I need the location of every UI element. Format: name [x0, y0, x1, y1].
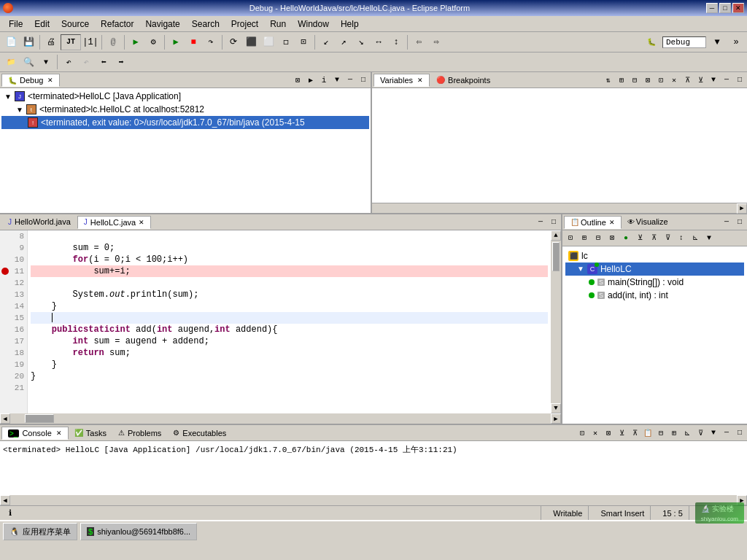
scroll-up[interactable]: ▲ [551, 230, 561, 241]
tb-btn10[interactable]: ◻ [278, 34, 294, 50]
ot-btn10[interactable]: ⊾ [689, 231, 702, 244]
debug-minimize[interactable]: ─ [344, 74, 356, 86]
console-icon-5[interactable]: ⊼ [629, 427, 640, 439]
var-icon-2[interactable]: ⊞ [616, 74, 627, 86]
ot-dropdown[interactable]: ▼ [703, 231, 716, 244]
tasks-tab[interactable]: ✅ Tasks [69, 427, 112, 439]
var-icon-7[interactable]: ⊼ [681, 74, 693, 86]
tb-perspective-icon[interactable]: 🐛 [643, 34, 659, 50]
close-button[interactable]: ✕ [732, 3, 744, 13]
ot-btn8[interactable]: ⊽ [661, 231, 674, 244]
console-icon-4[interactable]: ⊻ [616, 427, 627, 439]
tb-btn15[interactable]: ↔ [371, 34, 387, 50]
hscroll-right[interactable]: ▶ [551, 413, 561, 424]
outline-tab[interactable]: 📋 Outline ✕ [564, 216, 622, 229]
tb-btn12[interactable]: ↙ [318, 34, 334, 50]
menu-run[interactable]: Run [264, 18, 292, 31]
executables-tab[interactable]: ⚙ Executables [167, 427, 232, 439]
tb-dropdown[interactable]: ▼ [709, 34, 725, 50]
debug-maximize[interactable]: □ [357, 74, 369, 86]
menu-refactor[interactable]: Refactor [95, 18, 139, 31]
tab-hellolc[interactable]: J HelloLC.java ✕ [77, 216, 151, 229]
tb-debug-run[interactable]: ▶ [168, 34, 184, 50]
debug-item-process[interactable]: ! <terminated, exit value: 0>/usr/local/… [1, 116, 369, 129]
outline-maximize[interactable]: □ [734, 216, 746, 228]
console-scroll-left[interactable]: ◀ [0, 495, 10, 505]
menu-file[interactable]: File [3, 18, 28, 31]
tb-btn2[interactable]: 💾 [20, 34, 36, 50]
console-icon-9[interactable]: ⊾ [681, 427, 693, 439]
tb-btn4[interactable]: |1| [82, 34, 98, 50]
terminal-btn[interactable]: $ shiyanlou@56914fbb8f6... [80, 523, 197, 540]
hscroll-track[interactable] [10, 413, 551, 424]
ot-btn5[interactable]: ● [619, 231, 632, 244]
tb2-btn4[interactable]: ↶ [78, 54, 94, 70]
variables-tab[interactable]: Variables ✕ [374, 74, 430, 87]
console-icon-10[interactable]: ⊽ [694, 427, 706, 439]
ot-btn6[interactable]: ⊻ [633, 231, 646, 244]
tb-btn17[interactable]: ⇦ [411, 34, 427, 50]
maximize-button[interactable]: □ [719, 3, 731, 13]
hscroll-left[interactable]: ◀ [0, 413, 10, 424]
tb-print-btn[interactable]: 🖨 [43, 34, 59, 50]
var-icon-4[interactable]: ⊠ [642, 74, 654, 86]
editor-maximize[interactable]: □ [548, 216, 560, 228]
tb-btn6[interactable]: ⚙ [145, 34, 161, 50]
outline-add[interactable]: S add(int, int) : int [565, 289, 744, 302]
ot-btn3[interactable]: ⊟ [592, 231, 605, 244]
console-tab-close[interactable]: ✕ [56, 429, 62, 437]
tb-run-btn[interactable]: ▶ [128, 34, 144, 50]
tb-btn3[interactable]: JT [61, 34, 81, 50]
var-icon-3[interactable]: ⊟ [629, 74, 640, 86]
code-content[interactable]: sum = 0; for(i = 0;i < 100;i++) sum+=i; … [28, 230, 551, 414]
var-icon-6[interactable]: ✕ [668, 74, 680, 86]
tb-btn11[interactable]: ⊡ [295, 34, 311, 50]
scroll-track[interactable] [551, 241, 561, 404]
var-dropdown[interactable]: ▼ [708, 74, 719, 86]
console-dropdown[interactable]: ▼ [708, 427, 719, 439]
tb-btn14[interactable]: ↘ [353, 34, 369, 50]
tb2-btn6[interactable]: ➡ [113, 54, 129, 70]
var-icon-1[interactable]: ⇅ [603, 74, 614, 86]
minimize-button[interactable]: ─ [706, 3, 718, 13]
app-menu-btn[interactable]: 🐧 应用程序菜单 [3, 523, 77, 540]
editor-minimize[interactable]: ─ [535, 216, 546, 228]
menu-source[interactable]: Source [55, 18, 95, 31]
menu-navigate[interactable]: Navigate [139, 18, 185, 31]
console-maximize[interactable]: □ [734, 427, 746, 439]
outline-lc[interactable]: ⬛ lc [565, 249, 744, 262]
console-icon-8[interactable]: ⊞ [668, 427, 680, 439]
ot-btn1[interactable]: ⊡ [564, 231, 577, 244]
console-scroll-track[interactable] [10, 495, 737, 505]
scroll-down[interactable]: ▼ [551, 403, 561, 413]
tb-btn9[interactable]: ⬜ [260, 34, 276, 50]
debug-icon-3[interactable]: i [318, 74, 330, 86]
tb-btn5[interactable]: @ [105, 34, 121, 50]
tb-btn16[interactable]: ↕ [388, 34, 404, 50]
tb2-btn3[interactable]: ↶ [61, 54, 77, 70]
tab-helloworld[interactable]: J HelloWorld.java [1, 215, 77, 228]
var-minimize[interactable]: ─ [721, 74, 732, 86]
ot-btn4[interactable]: ⊠ [605, 231, 619, 244]
console-minimize[interactable]: ─ [721, 427, 732, 439]
tb-btn13[interactable]: ↗ [336, 34, 352, 50]
var-icon-8[interactable]: ⊻ [694, 74, 706, 86]
tb-btn18[interactable]: ⇨ [428, 34, 444, 50]
perspective-label[interactable]: Debug [662, 36, 706, 48]
menu-search[interactable]: Search [186, 18, 225, 31]
debug-icon-1[interactable]: ⊠ [292, 74, 303, 86]
menu-window[interactable]: Window [292, 18, 335, 31]
outline-hellolc[interactable]: ▼ C HelloLC [565, 262, 744, 276]
console-icon-6[interactable]: 📋 [642, 427, 654, 439]
hscroll-thumb[interactable] [25, 414, 54, 423]
breakpoints-tab[interactable]: 🔴 Breakpoints [430, 74, 497, 87]
menu-help[interactable]: Help [335, 18, 365, 31]
console-icon-1[interactable]: ⊡ [576, 427, 588, 439]
ot-btn2[interactable]: ⊞ [578, 231, 591, 244]
debug-dropdown[interactable]: ▼ [331, 74, 343, 86]
console-icon-3[interactable]: ⊠ [603, 427, 614, 439]
menu-edit[interactable]: Edit [28, 18, 55, 31]
debug-item-thread[interactable]: ▼ t <terminated>lc.HelloLC at localhost:… [1, 103, 369, 116]
debug-icon-2[interactable]: ▶ [305, 74, 317, 86]
debug-item-root[interactable]: ▼ J <terminated>HelloLC [Java Applicatio… [1, 90, 369, 103]
